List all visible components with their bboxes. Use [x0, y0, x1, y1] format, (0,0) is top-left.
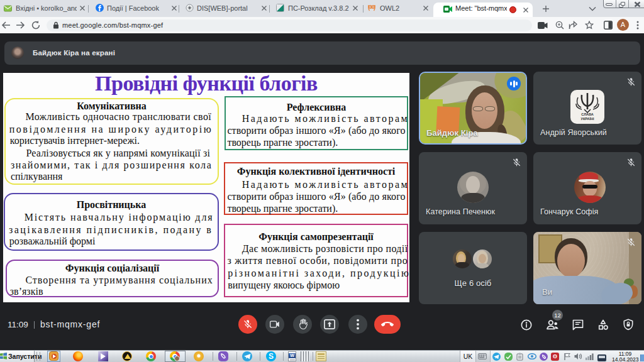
svg-text:СЛАВА: СЛАВА	[581, 112, 593, 116]
svg-text:УКРАЇНІ: УКРАЇНІ	[581, 117, 594, 121]
